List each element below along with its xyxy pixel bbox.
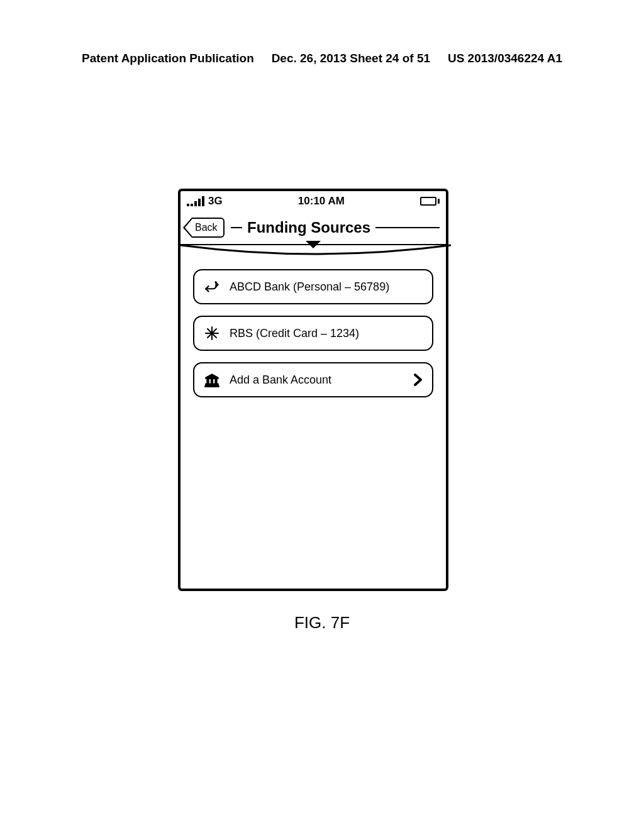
svg-rect-4 — [207, 379, 208, 384]
nav-title-wrap: Funding Sources — [231, 219, 440, 236]
status-left: 3G — [187, 195, 223, 208]
doc-header-center: Dec. 26, 2013 Sheet 24 of 51 — [272, 52, 430, 65]
phone-frame: 3G 10:10 AM Back Funding Sources — [178, 189, 448, 591]
svg-rect-7 — [206, 384, 218, 385]
funding-source-row[interactable]: RBS (Credit Card – 1234) — [193, 316, 433, 351]
network-label: 3G — [208, 195, 223, 208]
doc-header: Patent Application Publication Dec. 26, … — [0, 52, 644, 65]
svg-rect-5 — [211, 379, 213, 384]
chevron-right-icon — [413, 372, 423, 387]
bank-icon — [203, 371, 221, 389]
status-bar: 3G 10:10 AM — [180, 191, 446, 211]
content-area: ABCD Bank (Personal – 56789) RBS (Credit… — [180, 245, 446, 397]
add-bank-account-row[interactable]: Add a Bank Account — [193, 362, 433, 397]
figure-label: FIG. 7F — [0, 613, 644, 633]
battery-icon — [420, 197, 440, 206]
clock-label: 10:10 AM — [298, 195, 345, 208]
doc-header-right: US 2013/0346224 A1 — [448, 52, 562, 65]
dropdown-caret-icon[interactable] — [306, 241, 321, 248]
snowflake-icon — [203, 324, 221, 342]
funding-source-row[interactable]: ABCD Bank (Personal – 56789) — [193, 269, 433, 304]
doc-header-left: Patent Application Publication — [82, 52, 254, 65]
back-button[interactable]: Back — [183, 218, 225, 238]
svg-rect-8 — [205, 386, 219, 387]
back-arrow-icon — [183, 218, 192, 238]
funding-source-label: RBS (Credit Card – 1234) — [230, 327, 359, 340]
patent-page: Patent Application Publication Dec. 26, … — [0, 0, 644, 830]
page-title: Funding Sources — [242, 219, 375, 236]
signal-icon — [187, 196, 204, 206]
funding-source-label: ABCD Bank (Personal – 56789) — [230, 280, 389, 294]
back-button-label: Back — [192, 218, 225, 238]
add-bank-label: Add a Bank Account — [230, 374, 331, 387]
recycle-icon — [203, 278, 221, 296]
svg-rect-6 — [215, 379, 216, 384]
nav-bar: Back Funding Sources — [180, 211, 446, 245]
